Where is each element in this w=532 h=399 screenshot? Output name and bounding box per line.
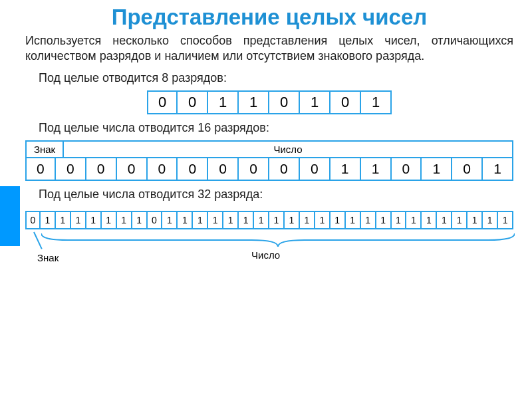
curly-brace-icon — [41, 232, 515, 248]
bit8-cell: 0 — [331, 90, 361, 114]
bit16-cell: 0 — [86, 158, 117, 181]
bit32-cell: 1 — [41, 211, 56, 229]
bits-16: 0000000000110101 — [25, 158, 513, 181]
bit16-cell: 1 — [422, 158, 452, 181]
slide-content: Представление целых чисел Используется н… — [0, 0, 532, 277]
sign-label: Знак — [37, 252, 59, 263]
bit8-cell: 0 — [269, 90, 300, 114]
section-32bit-label: Под целые числа отводится 32 разряда: — [39, 188, 513, 201]
header-sign: Знак — [25, 140, 64, 158]
bit16-cell: 0 — [117, 158, 148, 181]
bit32-cell: 1 — [392, 211, 407, 229]
bit32-cell: 1 — [56, 211, 71, 229]
bit8-cell: 1 — [208, 90, 239, 114]
bit32-cell: 1 — [285, 211, 300, 229]
bit16-cell: 0 — [208, 158, 239, 181]
bit32-cell: 1 — [254, 211, 269, 229]
bits-32: 01111111011111111111111111111111 — [25, 211, 513, 229]
bit16-cell: 0 — [148, 158, 178, 181]
bit32-cell: 1 — [71, 211, 86, 229]
bit32-cell: 1 — [315, 211, 331, 229]
page-title: Представление целых чисел — [25, 5, 513, 29]
bit32-cell: 1 — [178, 211, 193, 229]
bit32-cell: 1 — [483, 211, 498, 229]
bit32-cell: 1 — [269, 211, 285, 229]
header-number: Число — [64, 140, 513, 158]
bit16-cell: 1 — [361, 158, 392, 181]
sidebar-accent — [0, 186, 20, 246]
section-8bit-label: Под целые отводится 8 разрядов: — [39, 71, 513, 85]
bit32-cell: 1 — [346, 211, 361, 229]
bit32-cell: 1 — [86, 211, 102, 229]
bit16-cell: 1 — [483, 158, 513, 181]
bit16-cell: 0 — [178, 158, 208, 181]
bit32-cell: 1 — [361, 211, 376, 229]
bit16-cell: 0 — [269, 158, 300, 181]
bit32-cell: 1 — [117, 211, 132, 229]
bit32-cell: 1 — [376, 211, 392, 229]
bit8-cell: 0 — [178, 90, 208, 114]
bit32-cell: 1 — [239, 211, 254, 229]
number-label: Число — [251, 249, 280, 261]
bit16-cell: 0 — [25, 158, 56, 181]
bit8-cell: 1 — [239, 90, 269, 114]
bit32-cell: 1 — [208, 211, 223, 229]
bit16-cell: 0 — [56, 158, 86, 181]
bit32-cell: 1 — [223, 211, 239, 229]
bit16-cell: 0 — [392, 158, 422, 181]
bit32-cell: 1 — [300, 211, 315, 229]
section-16bit-label: Под целые числа отводится 16 разрядов: — [39, 121, 513, 135]
intro-text: Используется несколько способов представ… — [25, 33, 513, 63]
bit16-cell: 0 — [300, 158, 331, 181]
bit8-cell: 1 — [361, 90, 392, 114]
bit32-cell: 0 — [148, 211, 163, 229]
bit32-cell: 1 — [102, 211, 117, 229]
bit32-cell: 1 — [193, 211, 208, 229]
bit32-cell: 1 — [452, 211, 467, 229]
brace-area: Знак Число — [25, 232, 513, 272]
bit32-cell: 1 — [331, 211, 346, 229]
bit8-cell: 0 — [147, 90, 178, 114]
bit32-cell: 1 — [162, 211, 178, 229]
bit32-cell: 0 — [25, 211, 41, 229]
bit32-cell: 1 — [422, 211, 437, 229]
bit32-cell: 1 — [406, 211, 422, 229]
bit32-cell: 1 — [132, 211, 148, 229]
bit16-cell: 0 — [239, 158, 269, 181]
bit32-cell: 1 — [467, 211, 483, 229]
table-16: Знак Число 0000000000110101 — [25, 140, 513, 181]
bit16-cell: 1 — [331, 158, 361, 181]
bit16-cell: 0 — [452, 158, 483, 181]
bit8-cell: 1 — [300, 90, 331, 114]
bit32-cell: 1 — [498, 211, 513, 229]
bit32-cell: 1 — [437, 211, 452, 229]
bits-8: 00110101 — [25, 90, 513, 114]
